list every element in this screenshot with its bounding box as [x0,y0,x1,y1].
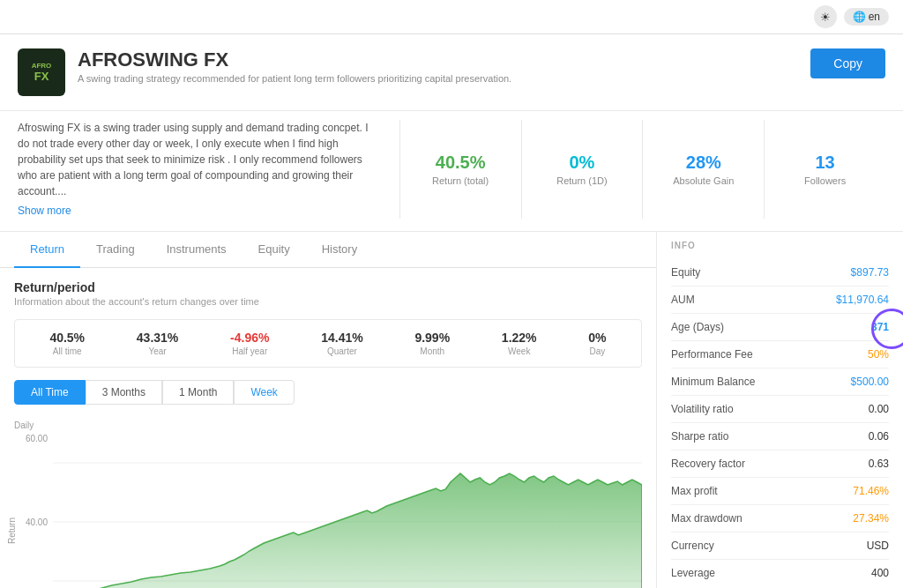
info-row-recovery: Recovery factor 0.63 [671,450,889,478]
brand-info: AFROSWING FX A swing trading strategy re… [78,48,511,84]
language-selector[interactable]: 🌐 en [844,8,889,26]
period-stats: 40.5% All time 43.31% Year -4.96% Half y… [14,319,642,368]
right-panel: INFO Equity $897.73 AUM $11,970.64 Age (… [656,232,903,588]
period-label-day: Day [588,346,606,356]
info-value-perf-fee: 50% [868,348,889,361]
stat-label-abs-gain: Absolute Gain [673,175,734,186]
theme-toggle[interactable]: ☀ [814,5,837,28]
period-all-time: 40.5% All time [42,331,92,356]
tab-equity[interactable]: Equity [243,232,306,268]
stat-return-1d: 0% Return (1D) [522,120,644,219]
info-row-age: Age (Days) 371 [671,314,889,341]
info-row-volatility: Volatility ratio 0.00 [671,396,889,423]
info-title: INFO [671,241,889,250]
info-label-perf-fee: Performance Fee [671,348,753,361]
period-value-all-time: 40.5% [49,331,85,345]
stat-value-followers: 13 [815,153,834,173]
y-label-60: 60.00 [14,434,48,443]
info-row-perf-fee: Performance Fee 50% [671,341,889,368]
top-bar: ☀ 🌐 en [0,0,903,34]
tab-instruments[interactable]: Instruments [151,232,243,268]
header-section: AFRO FX AFROSWING FX A swing trading str… [0,34,903,111]
chart-area: Daily 60.00 40.00 20.00 [14,413,642,588]
y-label-40: 40.00 [14,517,48,527]
filter-3months[interactable]: 3 Months [86,380,162,405]
info-row-currency: Currency USD [671,532,889,560]
stat-return-total: 40.5% Return (total) [400,120,522,219]
info-label-max-drawdown: Max drawdown [671,512,743,525]
info-value-age: 371 [871,321,889,333]
info-row-max-drawdown: Max drawdown 27.34% [671,505,889,532]
info-row-max-profit: Max profit 71.46% [671,478,889,505]
info-label-min-balance: Minimum Balance [671,376,755,388]
info-value-sharpe: 0.06 [869,430,889,443]
stat-followers: 13 Followers [765,120,885,219]
info-row-sharpe: Sharpe ratio 0.06 [671,423,889,450]
filter-week[interactable]: Week [234,380,294,405]
filter-buttons: All Time 3 Months 1 Month Week [14,380,642,405]
tab-history[interactable]: History [306,232,373,268]
header-left: AFRO FX AFROSWING FX A swing trading str… [18,48,511,96]
tab-return[interactable]: Return [14,232,80,268]
period-quarter: 14.41% Quarter [314,331,369,356]
info-value-min-balance: $500.00 [851,376,889,388]
info-row-aum: AUM $11,970.64 [671,287,889,314]
stat-value-abs-gain: 28% [686,153,721,173]
period-month: 9.99% Month [407,331,457,356]
description-block: Afroswing FX is a swing trader using sup… [18,120,400,219]
stat-value-return-total: 40.5% [436,153,486,173]
info-value-equity: $897.73 [851,266,889,279]
brand-logo: AFRO FX [18,48,65,96]
show-more-link[interactable]: Show more [18,203,71,219]
copy-button[interactable]: Copy [810,48,885,78]
period-value-year: 43.31% [137,331,178,345]
info-label-currency: Currency [671,540,714,552]
period-label-half-year: Half year [230,346,269,356]
period-day: 0% Day [581,331,613,356]
period-half-year: -4.96% Half year [223,331,276,356]
main-container: AFRO FX AFROSWING FX A swing trading str… [0,34,903,588]
left-panel: Return Trading Instruments Equity Histor… [0,232,656,588]
info-value-recovery: 0.63 [869,458,889,470]
content-area: Return Trading Instruments Equity Histor… [0,232,903,588]
period-value-month: 9.99% [414,331,450,345]
info-value-volatility: 0.00 [869,403,889,415]
brand-desc: A swing trading strategy recommended for… [78,73,511,84]
stat-abs-gain: 28% Absolute Gain [643,120,765,219]
stat-value-return-1d: 0% [570,153,595,173]
period-value-week: 1.22% [502,331,537,345]
return-subtitle: Information about the account's return c… [14,296,642,307]
filter-1month[interactable]: 1 Month [162,380,234,405]
return-section: Return/period Information about the acco… [14,268,642,588]
stats-section: Afroswing FX is a swing trader using sup… [0,111,903,232]
brand-name: AFROSWING FX [78,48,511,71]
tab-trading[interactable]: Trading [80,232,151,268]
info-label-volatility: Volatility ratio [671,403,734,415]
info-label-recovery: Recovery factor [671,458,745,470]
info-label-max-profit: Max profit [671,485,718,497]
info-value-max-profit: 71.46% [853,485,889,497]
info-row-min-balance: Minimum Balance $500.00 [671,368,889,396]
period-week: 1.22% Week [495,331,544,356]
description-text: Afroswing FX is a swing trader using sup… [18,120,382,199]
stat-label-return-1d: Return (1D) [556,175,607,186]
return-title: Return/period [14,280,642,294]
period-value-day: 0% [588,331,606,345]
period-value-quarter: 14.41% [321,331,362,345]
info-label-sharpe: Sharpe ratio [671,430,728,443]
chart-daily-label: Daily [14,421,642,430]
info-value-max-drawdown: 27.34% [853,512,889,525]
stat-label-followers: Followers [804,175,846,186]
info-value-aum: $11,970.64 [836,294,889,306]
stat-label-return-total: Return (total) [432,175,489,186]
info-label-aum: AUM [671,294,695,306]
period-label-quarter: Quarter [321,346,362,356]
info-value-currency: USD [867,540,889,552]
stats-items: 40.5% Return (total) 0% Return (1D) 28% … [400,120,885,219]
period-year: 43.31% Year [130,331,185,356]
filter-all-time[interactable]: All Time [14,380,86,405]
info-row-equity: Equity $897.73 [671,259,889,287]
period-label-all-time: All time [49,346,85,356]
period-label-year: Year [137,346,178,356]
period-label-week: Week [502,346,537,356]
